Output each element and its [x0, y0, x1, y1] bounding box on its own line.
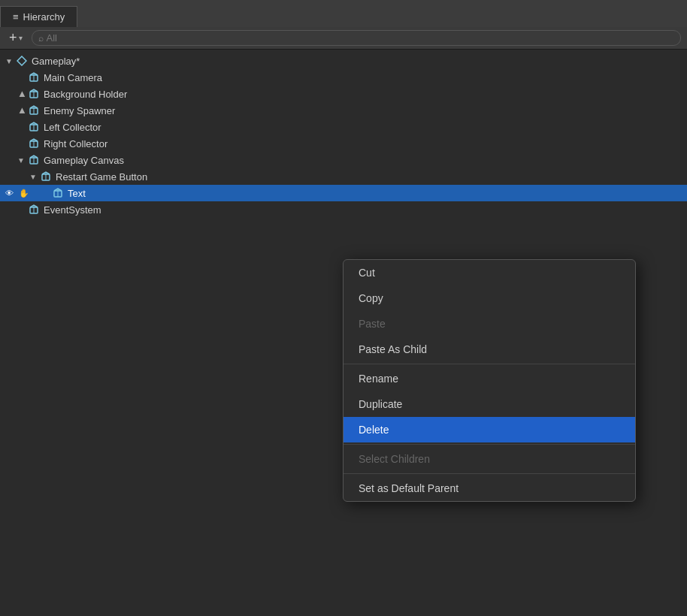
ctx-item-select-children: Select Children [344, 446, 635, 472]
tree-item-left-collector[interactable]: ▼ Left Collector [0, 119, 687, 135]
tab-bar: ≡ Hierarchy [0, 0, 687, 27]
cube-icon [27, 203, 41, 216]
ctx-item-copy[interactable]: Copy [344, 285, 635, 311]
tree-item-restart-game-button[interactable]: ▼ Restart Game Button [0, 168, 687, 185]
ctx-separator [344, 444, 635, 445]
tree-item-background-holder[interactable]: ▶ Background Holder [0, 86, 687, 102]
visibility-icons: 👁 ✋ [0, 187, 30, 199]
ctx-item-set-as-default-parent[interactable]: Set as Default Parent [344, 476, 635, 501]
tree-label-enemy-spawner: Enemy Spawner [44, 105, 115, 116]
add-button[interactable]: + ▾ [6, 29, 26, 47]
ctx-item-duplicate[interactable]: Duplicate [344, 391, 635, 417]
ctx-item-cut[interactable]: Cut [344, 260, 635, 285]
hierarchy-tab[interactable]: ≡ Hierarchy [0, 6, 77, 27]
tree-arrow-restart-game-button[interactable]: ▼ [27, 171, 39, 183]
ctx-separator [344, 364, 635, 364]
hierarchy-tab-icon: ≡ [13, 11, 19, 23]
tree-item-event-system[interactable]: ▼ EventSystem [0, 201, 687, 218]
search-box: ⌕ [32, 30, 681, 46]
add-icon: + [9, 30, 17, 46]
tree-label-event-system: EventSystem [44, 204, 101, 216]
tree-arrow-background-holder[interactable]: ▶ [15, 88, 27, 100]
tree-label-right-collector: Right Collector [44, 138, 107, 149]
tree-label-gameplay: Gameplay* [32, 56, 80, 67]
ctx-item-rename[interactable]: Rename [344, 366, 635, 391]
tree-item-main-camera[interactable]: ▼ Main Camera [0, 69, 687, 86]
cube-icon [27, 104, 41, 117]
search-icon: ⌕ [38, 33, 44, 44]
tree-label-left-collector: Left Collector [44, 122, 101, 133]
cube-icon [27, 87, 41, 101]
cube-icon [27, 153, 41, 167]
tree-label-background-holder: Background Holder [44, 89, 127, 100]
cube-icon [27, 120, 41, 134]
tree-label-text: Text [68, 188, 86, 199]
tree-arrow-enemy-spawner[interactable]: ▶ [15, 104, 27, 116]
cube-icon [51, 186, 65, 200]
search-input[interactable] [47, 32, 674, 44]
ctx-item-paste-as-child[interactable]: Paste As Child [344, 337, 635, 362]
tree-label-gameplay-canvas: Gameplay Canvas [44, 155, 124, 166]
eye-icon[interactable]: 👁 [3, 187, 15, 199]
tree-label-main-camera: Main Camera [44, 72, 102, 83]
tree-item-gameplay[interactable]: ▼ Gameplay* [0, 53, 687, 69]
tree-arrow-gameplay[interactable]: ▼ [3, 55, 15, 67]
hand-icon[interactable]: ✋ [18, 187, 30, 199]
tree-item-text[interactable]: 👁 ✋ ▼ Text [0, 185, 687, 201]
ctx-item-paste: Paste [344, 311, 635, 337]
hierarchy-tab-label: Hierarchy [23, 11, 65, 23]
chevron-down-icon: ▾ [19, 34, 23, 42]
svg-marker-0 [17, 56, 26, 65]
tree-arrow-gameplay-canvas[interactable]: ▼ [15, 154, 27, 166]
tree-item-gameplay-canvas[interactable]: ▼ Gameplay Canvas [0, 152, 687, 168]
context-menu: CutCopyPastePaste As ChildRenameDuplicat… [343, 259, 636, 502]
scene-icon [15, 54, 29, 68]
cube-icon [27, 137, 41, 150]
toolbar: + ▾ ⌕ [0, 27, 687, 50]
tree-item-enemy-spawner[interactable]: ▶ Enemy Spawner [0, 102, 687, 119]
cube-icon [27, 71, 41, 84]
tree-item-right-collector[interactable]: ▼ Right Collector [0, 135, 687, 152]
ctx-separator [344, 473, 635, 474]
ctx-item-delete[interactable]: Delete [344, 417, 635, 442]
tree-label-restart-game-button: Restart Game Button [56, 171, 147, 183]
cube-icon [39, 170, 53, 183]
